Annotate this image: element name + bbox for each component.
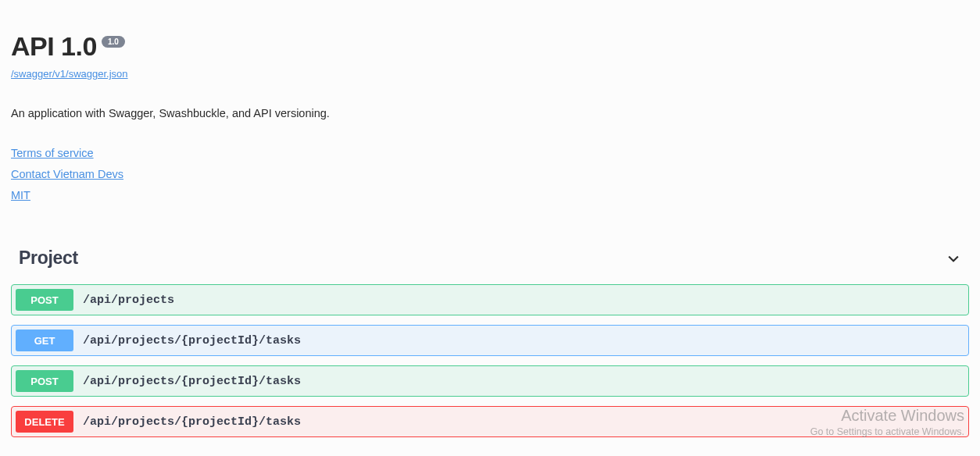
api-description: An application with Swagger, Swashbuckle… — [11, 107, 969, 119]
method-badge-get: GET — [16, 330, 73, 351]
method-badge-post: POST — [16, 370, 73, 392]
endpoint-row[interactable]: GET /api/projects/{projectId}/tasks — [11, 325, 969, 356]
method-badge-delete: DELETE — [16, 411, 73, 433]
method-badge-post: POST — [16, 289, 73, 311]
spec-link[interactable]: /swagger/v1/swagger.json — [11, 68, 128, 80]
section-title: Project — [19, 248, 78, 269]
endpoint-row[interactable]: DELETE /api/projects/{projectId}/tasks — [11, 406, 969, 437]
version-badge: 1.0 — [102, 36, 125, 48]
license-link[interactable]: MIT — [11, 185, 969, 206]
endpoint-path: /api/projects — [83, 294, 174, 307]
chevron-down-icon — [946, 251, 961, 266]
endpoint-path: /api/projects/{projectId}/tasks — [83, 415, 301, 429]
terms-link[interactable]: Terms of service — [11, 143, 969, 164]
endpoint-row[interactable]: POST /api/projects — [11, 284, 969, 315]
endpoint-path: /api/projects/{projectId}/tasks — [83, 334, 301, 347]
endpoint-row[interactable]: POST /api/projects/{projectId}/tasks — [11, 365, 969, 397]
endpoint-path: /api/projects/{projectId}/tasks — [83, 375, 301, 388]
page-title: API 1.0 — [11, 31, 97, 62]
contact-link[interactable]: Contact Vietnam Devs — [11, 164, 969, 185]
section-toggle-project[interactable]: Project — [11, 248, 969, 275]
